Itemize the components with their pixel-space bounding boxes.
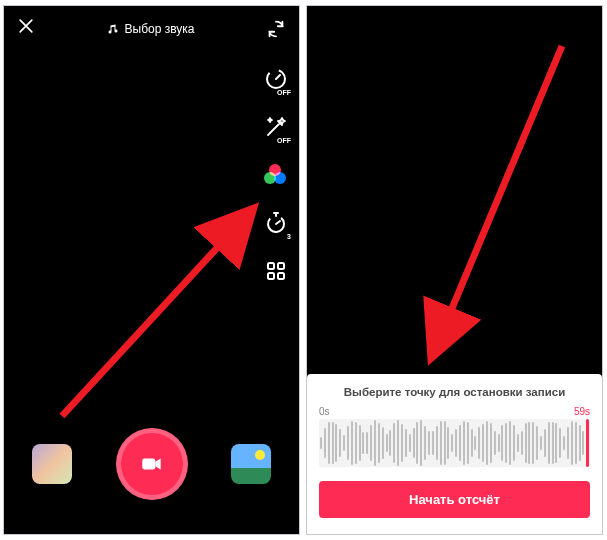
video-icon bbox=[139, 451, 165, 477]
waveform-slider[interactable] bbox=[319, 419, 590, 467]
camera-screen: Выбор звука OFF OFF bbox=[3, 5, 300, 535]
record-button[interactable] bbox=[116, 428, 188, 500]
beauty-badge: OFF bbox=[275, 137, 293, 144]
music-note-icon bbox=[107, 23, 119, 35]
sheet-title: Выберите точку для остановки записи bbox=[319, 386, 590, 398]
close-icon bbox=[16, 16, 36, 36]
svg-rect-2 bbox=[268, 263, 274, 269]
filters-button[interactable] bbox=[263, 162, 289, 188]
more-button[interactable] bbox=[263, 258, 289, 284]
svg-rect-6 bbox=[142, 459, 155, 470]
stop-marker[interactable] bbox=[586, 419, 589, 467]
svg-line-8 bbox=[432, 46, 562, 356]
grid-icon bbox=[264, 259, 288, 283]
start-time-label: 0s bbox=[319, 406, 330, 417]
top-bar: Выбор звука bbox=[4, 6, 299, 52]
beauty-button[interactable]: OFF bbox=[263, 114, 289, 140]
timer-button[interactable]: 3 bbox=[263, 210, 289, 236]
sound-selector[interactable]: Выбор звука bbox=[107, 22, 195, 36]
filters-icon bbox=[265, 164, 287, 186]
speed-icon bbox=[264, 67, 288, 91]
countdown-sheet: Выберите точку для остановки записи 0s 5… bbox=[307, 374, 602, 534]
side-toolbar: OFF OFF 3 bbox=[263, 66, 289, 284]
timer-icon bbox=[264, 211, 288, 235]
svg-rect-5 bbox=[278, 273, 284, 279]
annotation-arrow-icon bbox=[412, 36, 582, 376]
flip-camera-button[interactable] bbox=[265, 18, 287, 40]
end-time-label: 59s bbox=[574, 406, 590, 417]
sound-label: Выбор звука bbox=[125, 22, 195, 36]
magic-wand-icon bbox=[264, 115, 288, 139]
svg-rect-3 bbox=[278, 263, 284, 269]
svg-line-7 bbox=[62, 210, 252, 416]
effects-button[interactable] bbox=[32, 444, 72, 484]
svg-rect-4 bbox=[268, 273, 274, 279]
close-button[interactable] bbox=[16, 16, 36, 42]
waveform-bars bbox=[319, 419, 590, 467]
speed-button[interactable]: OFF bbox=[263, 66, 289, 92]
time-labels: 0s 59s bbox=[319, 406, 590, 417]
flip-icon bbox=[265, 18, 287, 40]
timer-badge: 3 bbox=[285, 233, 293, 240]
start-countdown-button[interactable]: Начать отсчёт bbox=[319, 481, 590, 518]
annotation-arrow-icon bbox=[52, 196, 272, 426]
bottom-bar bbox=[4, 428, 299, 500]
upload-button[interactable] bbox=[231, 444, 271, 484]
timer-sheet-screen: Выберите точку для остановки записи 0s 5… bbox=[306, 5, 603, 535]
speed-badge: OFF bbox=[275, 89, 293, 96]
